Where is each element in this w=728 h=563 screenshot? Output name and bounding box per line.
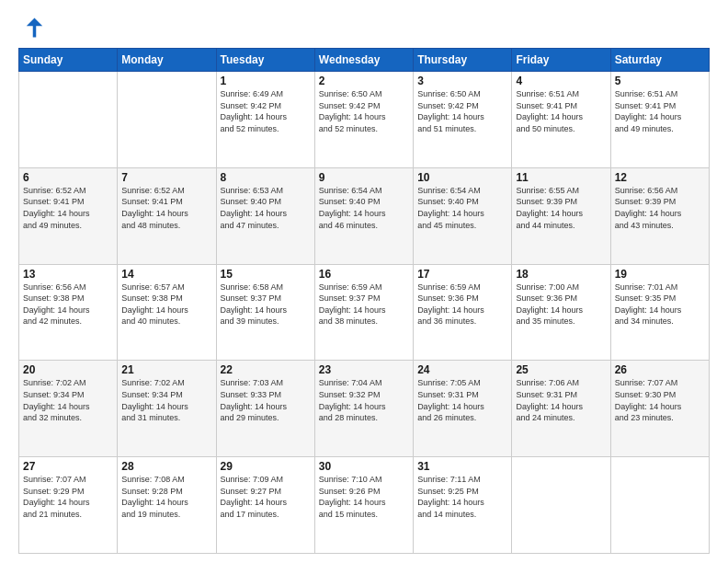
calendar-cell: 13Sunrise: 6:56 AM Sunset: 9:38 PM Dayli…: [19, 264, 118, 361]
calendar-cell: 21Sunrise: 7:02 AM Sunset: 9:34 PM Dayli…: [118, 361, 216, 457]
calendar-cell: 11Sunrise: 6:55 AM Sunset: 9:39 PM Dayli…: [512, 167, 610, 264]
calendar-week-5: 27Sunrise: 7:07 AM Sunset: 9:29 PM Dayli…: [19, 457, 710, 554]
day-number: 2: [319, 75, 409, 87]
logo: [18, 15, 48, 40]
day-info: Sunrise: 6:56 AM Sunset: 9:38 PM Dayligh…: [23, 282, 113, 327]
day-info: Sunrise: 7:04 AM Sunset: 9:32 PM Dayligh…: [319, 377, 409, 423]
day-number: 19: [615, 268, 705, 281]
day-number: 9: [319, 171, 409, 184]
calendar-week-1: 1Sunrise: 6:49 AM Sunset: 9:42 PM Daylig…: [19, 72, 710, 168]
calendar-cell: 6Sunrise: 6:52 AM Sunset: 9:41 PM Daylig…: [19, 167, 118, 264]
day-number: 11: [516, 171, 606, 184]
day-info: Sunrise: 6:49 AM Sunset: 9:42 PM Dayligh…: [221, 88, 311, 134]
day-number: 5: [615, 75, 705, 87]
calendar-cell: 8Sunrise: 6:53 AM Sunset: 9:40 PM Daylig…: [216, 167, 314, 264]
weekday-header-tuesday: Tuesday: [216, 49, 314, 72]
day-info: Sunrise: 6:51 AM Sunset: 9:41 PM Dayligh…: [615, 88, 705, 134]
calendar-cell: 24Sunrise: 7:05 AM Sunset: 9:31 PM Dayli…: [414, 361, 512, 457]
day-info: Sunrise: 6:58 AM Sunset: 9:37 PM Dayligh…: [221, 282, 311, 327]
day-number: 29: [221, 460, 311, 473]
day-number: 25: [516, 363, 606, 376]
calendar-cell: 27Sunrise: 7:07 AM Sunset: 9:29 PM Dayli…: [19, 457, 118, 554]
calendar-cell: [118, 72, 216, 168]
weekday-header-wednesday: Wednesday: [314, 49, 413, 72]
day-number: 10: [417, 171, 507, 184]
calendar-cell: 14Sunrise: 6:57 AM Sunset: 9:38 PM Dayli…: [118, 264, 216, 361]
weekday-header-saturday: Saturday: [610, 49, 709, 72]
calendar-cell: 1Sunrise: 6:49 AM Sunset: 9:42 PM Daylig…: [216, 72, 314, 168]
calendar-cell: 15Sunrise: 6:58 AM Sunset: 9:37 PM Dayli…: [216, 264, 314, 361]
calendar-table: SundayMondayTuesdayWednesdayThursdayFrid…: [18, 48, 710, 554]
calendar-cell: 4Sunrise: 6:51 AM Sunset: 9:41 PM Daylig…: [512, 72, 610, 168]
calendar-cell: 25Sunrise: 7:06 AM Sunset: 9:31 PM Dayli…: [512, 361, 610, 457]
day-number: 15: [221, 268, 311, 281]
day-number: 26: [615, 363, 705, 376]
day-info: Sunrise: 7:02 AM Sunset: 9:34 PM Dayligh…: [23, 377, 113, 423]
day-number: 13: [23, 268, 113, 281]
day-info: Sunrise: 6:50 AM Sunset: 9:42 PM Dayligh…: [417, 88, 507, 134]
calendar-week-2: 6Sunrise: 6:52 AM Sunset: 9:41 PM Daylig…: [19, 167, 710, 264]
calendar-cell: 31Sunrise: 7:11 AM Sunset: 9:25 PM Dayli…: [414, 457, 512, 554]
weekday-header-row: SundayMondayTuesdayWednesdayThursdayFrid…: [19, 49, 710, 72]
day-number: 3: [417, 75, 507, 87]
day-info: Sunrise: 7:03 AM Sunset: 9:33 PM Dayligh…: [221, 377, 311, 423]
day-info: Sunrise: 7:02 AM Sunset: 9:34 PM Dayligh…: [121, 377, 211, 423]
calendar-cell: 10Sunrise: 6:54 AM Sunset: 9:40 PM Dayli…: [414, 167, 512, 264]
day-number: 27: [23, 460, 113, 473]
calendar-cell: [19, 72, 118, 168]
weekday-header-thursday: Thursday: [414, 49, 512, 72]
calendar-cell: 7Sunrise: 6:52 AM Sunset: 9:41 PM Daylig…: [118, 167, 216, 264]
calendar-cell: 16Sunrise: 6:59 AM Sunset: 9:37 PM Dayli…: [314, 264, 413, 361]
day-info: Sunrise: 6:59 AM Sunset: 9:37 PM Dayligh…: [319, 282, 409, 327]
day-info: Sunrise: 7:00 AM Sunset: 9:36 PM Dayligh…: [516, 282, 606, 327]
calendar-week-3: 13Sunrise: 6:56 AM Sunset: 9:38 PM Dayli…: [19, 264, 710, 361]
day-info: Sunrise: 6:59 AM Sunset: 9:36 PM Dayligh…: [417, 282, 507, 327]
day-info: Sunrise: 7:05 AM Sunset: 9:31 PM Dayligh…: [417, 377, 507, 423]
logo-icon: [18, 15, 44, 40]
day-number: 7: [121, 171, 211, 184]
day-info: Sunrise: 6:57 AM Sunset: 9:38 PM Dayligh…: [121, 282, 211, 327]
calendar-cell: 30Sunrise: 7:10 AM Sunset: 9:26 PM Dayli…: [314, 457, 413, 554]
day-number: 21: [121, 363, 211, 376]
day-number: 22: [221, 363, 311, 376]
day-number: 12: [615, 171, 705, 184]
day-number: 31: [417, 460, 507, 473]
calendar-cell: [512, 457, 610, 554]
weekday-header-monday: Monday: [118, 49, 216, 72]
day-info: Sunrise: 7:07 AM Sunset: 9:29 PM Dayligh…: [23, 474, 113, 520]
calendar-cell: 29Sunrise: 7:09 AM Sunset: 9:27 PM Dayli…: [216, 457, 314, 554]
day-number: 1: [221, 75, 311, 87]
calendar-cell: 19Sunrise: 7:01 AM Sunset: 9:35 PM Dayli…: [610, 264, 709, 361]
day-info: Sunrise: 7:08 AM Sunset: 9:28 PM Dayligh…: [121, 474, 211, 520]
weekday-header-friday: Friday: [512, 49, 610, 72]
day-info: Sunrise: 6:56 AM Sunset: 9:39 PM Dayligh…: [615, 185, 705, 231]
day-number: 6: [23, 171, 113, 184]
page: SundayMondayTuesdayWednesdayThursdayFrid…: [0, 0, 728, 563]
calendar-cell: 20Sunrise: 7:02 AM Sunset: 9:34 PM Dayli…: [19, 361, 118, 457]
day-info: Sunrise: 6:53 AM Sunset: 9:40 PM Dayligh…: [221, 185, 311, 231]
day-info: Sunrise: 7:11 AM Sunset: 9:25 PM Dayligh…: [417, 474, 507, 520]
day-info: Sunrise: 6:54 AM Sunset: 9:40 PM Dayligh…: [319, 185, 409, 231]
day-number: 18: [516, 268, 606, 281]
day-info: Sunrise: 7:07 AM Sunset: 9:30 PM Dayligh…: [615, 377, 705, 423]
calendar-week-4: 20Sunrise: 7:02 AM Sunset: 9:34 PM Dayli…: [19, 361, 710, 457]
day-info: Sunrise: 7:09 AM Sunset: 9:27 PM Dayligh…: [221, 474, 311, 520]
day-number: 20: [23, 363, 113, 376]
calendar-cell: 2Sunrise: 6:50 AM Sunset: 9:42 PM Daylig…: [314, 72, 413, 168]
calendar-cell: 28Sunrise: 7:08 AM Sunset: 9:28 PM Dayli…: [118, 457, 216, 554]
calendar-cell: 12Sunrise: 6:56 AM Sunset: 9:39 PM Dayli…: [610, 167, 709, 264]
svg-marker-0: [27, 18, 43, 38]
day-number: 4: [516, 75, 606, 87]
day-info: Sunrise: 6:52 AM Sunset: 9:41 PM Dayligh…: [23, 185, 113, 231]
day-number: 14: [121, 268, 211, 281]
calendar-cell: 5Sunrise: 6:51 AM Sunset: 9:41 PM Daylig…: [610, 72, 709, 168]
header: [18, 15, 710, 40]
calendar-cell: 18Sunrise: 7:00 AM Sunset: 9:36 PM Dayli…: [512, 264, 610, 361]
day-number: 16: [319, 268, 409, 281]
calendar-cell: 17Sunrise: 6:59 AM Sunset: 9:36 PM Dayli…: [414, 264, 512, 361]
day-info: Sunrise: 6:50 AM Sunset: 9:42 PM Dayligh…: [319, 88, 409, 134]
day-info: Sunrise: 6:54 AM Sunset: 9:40 PM Dayligh…: [417, 185, 507, 231]
day-number: 17: [417, 268, 507, 281]
day-number: 8: [221, 171, 311, 184]
day-number: 23: [319, 363, 409, 376]
